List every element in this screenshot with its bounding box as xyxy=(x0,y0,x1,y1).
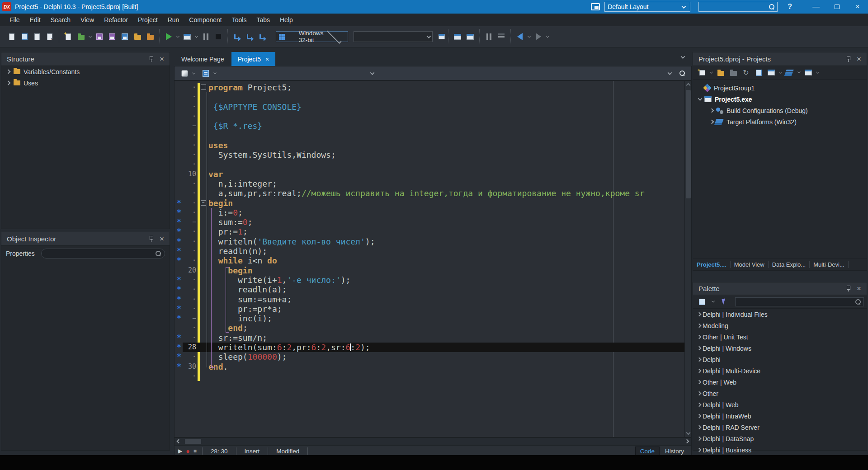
editor-search-icon[interactable] xyxy=(679,70,685,76)
chevron-right-icon[interactable] xyxy=(697,357,702,362)
menu-item-edit[interactable]: Edit xyxy=(25,14,46,26)
selector-icon[interactable] xyxy=(720,297,729,306)
chevron-right-icon[interactable] xyxy=(710,108,714,113)
pin-icon[interactable] xyxy=(149,236,153,242)
run-params-icon[interactable] xyxy=(183,32,192,41)
run-icon[interactable] xyxy=(164,32,173,41)
restore-button[interactable] xyxy=(826,0,847,14)
code-line-21[interactable]: *· write(i+1,'-е число:'); xyxy=(175,275,691,285)
projects-tree-item-build-configurations-debug-[interactable]: Build Configurations (Debug) xyxy=(693,105,867,116)
editor-tab-project5[interactable]: Project5× xyxy=(231,52,276,66)
palette-category-delphi-datasnap[interactable]: Delphi | DataSnap xyxy=(693,433,867,444)
projects-tab-project5-[interactable]: Project5.... xyxy=(693,261,731,268)
projects-tree-item-target-platforms-win32-[interactable]: Target Platforms (Win32) xyxy=(693,116,867,127)
chevron-right-icon[interactable] xyxy=(710,120,714,124)
chevron-right-icon[interactable] xyxy=(697,391,702,396)
pin-icon[interactable] xyxy=(846,56,850,62)
palette-category-delphi-business[interactable]: Delphi | Business xyxy=(693,444,867,456)
code-line-30[interactable]: *30end. xyxy=(175,362,691,371)
view-form-icon[interactable] xyxy=(453,32,462,41)
code-line-5[interactable]: − {$R *.res} xyxy=(175,121,691,131)
code-line-12[interactable]: · a,sum,pr,sr:real;//можешь исправить на… xyxy=(175,188,691,198)
close-button[interactable]: × xyxy=(847,0,868,14)
palette-category-delphi-web[interactable]: Delphi | Web xyxy=(693,399,867,410)
chevron-down-icon[interactable] xyxy=(698,96,703,101)
code-line-16[interactable]: *· pr:=1; xyxy=(175,227,691,236)
palette-search-input[interactable] xyxy=(735,297,864,306)
projects-tab-multi-devi-[interactable]: Multi-Devi... xyxy=(810,261,849,268)
code-line-31[interactable]: · xyxy=(175,371,691,381)
menu-item-component[interactable]: Component xyxy=(184,14,226,26)
save-icon[interactable] xyxy=(95,32,104,41)
stop-icon[interactable] xyxy=(214,32,223,41)
component-icon[interactable] xyxy=(698,297,707,306)
chevron-right-icon[interactable] xyxy=(697,437,702,441)
minimize-button[interactable]: — xyxy=(806,0,826,14)
chevron-down-icon[interactable] xyxy=(89,34,92,38)
chevron-right-icon[interactable] xyxy=(6,70,11,74)
tab-list-chevron-icon[interactable] xyxy=(681,54,685,59)
chevron-down-icon[interactable] xyxy=(816,70,819,74)
build-all-icon[interactable] xyxy=(785,68,794,77)
chevron-right-icon[interactable] xyxy=(697,324,702,328)
menu-item-tabs[interactable]: Tabs xyxy=(251,14,275,26)
pin-icon[interactable] xyxy=(846,286,850,291)
menu-item-view[interactable]: View xyxy=(75,14,99,26)
close-icon[interactable]: × xyxy=(160,235,164,243)
code-line-27[interactable]: *· sr:=sum/n; xyxy=(175,333,691,343)
uses-unit-icon[interactable] xyxy=(201,69,210,78)
code-line-23[interactable]: *· sum:=sum+a; xyxy=(175,295,691,304)
projects-tree-item-project5-exe[interactable]: Project5.exe xyxy=(693,94,867,105)
editor-vscrollbar[interactable] xyxy=(684,81,691,437)
step-over-icon[interactable] xyxy=(232,32,241,41)
chevron-down-icon[interactable] xyxy=(546,34,549,38)
menu-item-search[interactable]: Search xyxy=(46,14,75,26)
attach-process-icon[interactable] xyxy=(437,32,446,41)
build-folder-icon[interactable] xyxy=(146,32,155,41)
menu-item-help[interactable]: Help xyxy=(275,14,298,26)
chevron-right-icon[interactable] xyxy=(697,335,702,339)
code-line-6[interactable]: · xyxy=(175,131,691,140)
palette-category-delphi-intraweb[interactable]: Delphi | IntraWeb xyxy=(693,410,867,422)
forward-icon[interactable] xyxy=(534,32,543,41)
palette-category-delphi-individual-files[interactable]: Delphi | Individual Files xyxy=(693,309,867,320)
structure-item-variables-constants[interactable]: Variables/Constants xyxy=(1,66,170,77)
layout-combo[interactable]: Default Layout xyxy=(604,2,690,12)
chevron-down-icon[interactable] xyxy=(192,71,195,74)
tab-code[interactable]: Code xyxy=(635,446,660,456)
tab-properties[interactable]: Properties xyxy=(6,250,35,257)
close-icon[interactable]: × xyxy=(160,55,164,63)
scroll-left-icon[interactable] xyxy=(177,439,181,444)
chevron-down-icon[interactable] xyxy=(668,70,672,75)
palette-category-delphi[interactable]: Delphi xyxy=(693,354,867,365)
code-line-13[interactable]: *·begin xyxy=(175,198,691,208)
palette-category-delphi-multi-device[interactable]: Delphi | Multi-Device xyxy=(693,365,867,376)
record-macro-icon[interactable]: ● xyxy=(186,447,189,455)
show-source-icon[interactable] xyxy=(754,68,763,77)
close-file-icon[interactable] xyxy=(45,32,54,41)
code-line-7[interactable]: ·uses xyxy=(175,141,691,150)
pause-icon[interactable] xyxy=(201,32,210,41)
code-line-29[interactable]: *· sleep(100000); xyxy=(175,352,691,362)
palette-category-other[interactable]: Other xyxy=(693,388,867,399)
open-window-icon[interactable] xyxy=(20,32,29,41)
vscroll-thumb[interactable] xyxy=(686,90,691,198)
palette-category-other-web[interactable]: Other | Web xyxy=(693,376,867,388)
chevron-down-icon[interactable] xyxy=(712,300,715,303)
projects-tab-model-view[interactable]: Model View xyxy=(731,261,769,268)
palette-category-modeling[interactable]: Modeling xyxy=(693,320,867,331)
palette-category-other-unit-test[interactable]: Other | Unit Test xyxy=(693,331,867,343)
code-line-25[interactable]: *− inc(i); xyxy=(175,314,691,323)
menu-item-refactor[interactable]: Refactor xyxy=(99,14,133,26)
code-line-17[interactable]: *· writeln('Введите кол-во чисел'); xyxy=(175,237,691,246)
chevron-down-icon[interactable] xyxy=(710,70,713,74)
chevron-right-icon[interactable] xyxy=(697,380,702,385)
stop-macro-icon[interactable]: ■ xyxy=(193,448,197,454)
inspector-search-input[interactable] xyxy=(41,249,165,258)
chevron-right-icon[interactable] xyxy=(697,403,702,407)
new-file-icon[interactable] xyxy=(7,32,16,41)
chevron-right-icon[interactable] xyxy=(697,369,702,373)
member-list-chevron-icon[interactable] xyxy=(370,70,375,75)
configuration-combo[interactable] xyxy=(354,31,433,42)
fold-collapse-icon[interactable]: − xyxy=(201,200,206,206)
